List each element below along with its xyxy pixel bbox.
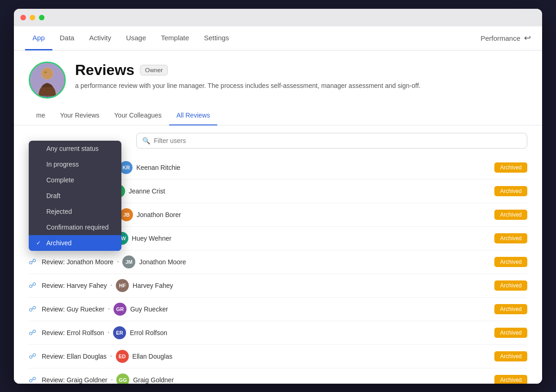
status-badge: Archived xyxy=(494,328,527,338)
status-badge: Archived xyxy=(494,257,527,267)
status-badge: Archived xyxy=(494,186,527,196)
review-icon: ☍ xyxy=(29,257,38,266)
dropdown-item-any[interactable]: Any current status xyxy=(29,141,121,156)
avatar xyxy=(29,62,66,99)
status-badge: Archived xyxy=(494,210,527,220)
review-title: Review: Jonathon Moore xyxy=(42,258,114,266)
search-input[interactable] xyxy=(154,137,521,144)
owner-badge: Owner xyxy=(140,65,168,75)
review-item[interactable]: ☍ Review: Jonathon Moore • JM Jonathon M… xyxy=(29,250,527,274)
user-name: Jonathon Borer xyxy=(137,211,491,218)
user-name: Graig Goldner xyxy=(133,376,491,384)
nav-tab-data[interactable]: Data xyxy=(52,26,82,50)
status-badge: Archived xyxy=(494,351,527,361)
dropdown-item-draft[interactable]: Draft xyxy=(29,188,121,204)
review-icon: ☍ xyxy=(29,375,38,384)
maximize-button[interactable] xyxy=(39,15,44,20)
search-icon: 🔍 xyxy=(142,137,150,144)
review-icon: ☍ xyxy=(29,352,38,361)
nav-tab-activity[interactable]: Activity xyxy=(82,26,119,50)
nav-tab-app[interactable]: App xyxy=(25,26,52,50)
minimize-button[interactable] xyxy=(30,15,35,20)
dot-separator: • xyxy=(110,354,112,359)
avatar-image xyxy=(30,63,64,97)
review-item[interactable]: ☍ Review: Errol Rolfson • ER Errol Rolfs… xyxy=(29,321,527,345)
status-badge: Archived xyxy=(494,233,527,243)
profile-name: Reviews xyxy=(75,62,134,79)
user-avatar: JB xyxy=(120,208,133,221)
review-item[interactable]: ☍ Review: Guy Ruecker • GR Guy Ruecker A… xyxy=(29,298,527,321)
user-name: Ellan Douglas xyxy=(133,353,491,360)
nav-tab-settings[interactable]: Settings xyxy=(196,26,236,50)
dot-separator: • xyxy=(111,283,113,288)
review-title: Review: Guy Ruecker xyxy=(42,305,104,313)
user-avatar: JM xyxy=(122,255,135,268)
user-name: Harvey Fahey xyxy=(133,282,491,289)
nav-tab-template[interactable]: Template xyxy=(153,26,196,50)
review-item[interactable]: ☍ Review: Harvey Fahey • HF Harvey Fahey… xyxy=(29,274,527,298)
close-button[interactable] xyxy=(20,15,26,20)
performance-label: Performance xyxy=(480,34,520,42)
tab-home[interactable]: me xyxy=(29,106,52,125)
nav-right: Performance ↩ xyxy=(480,33,531,43)
tab-your-colleagues[interactable]: Your Colleagues xyxy=(107,106,169,125)
content-tabs: me Your Reviews Your Colleagues All Revi… xyxy=(14,106,542,125)
dropdown-item-rejected[interactable]: Rejected xyxy=(29,204,121,219)
user-name: Errol Rolfson xyxy=(130,329,491,336)
review-icon: ☍ xyxy=(29,281,38,290)
back-icon[interactable]: ↩ xyxy=(524,33,531,43)
dropdown-item-complete[interactable]: Complete xyxy=(29,172,121,188)
profile-description: a performance review with your line mana… xyxy=(75,81,527,91)
status-badge: Archived xyxy=(494,375,527,384)
main-content: Reviews Owner a performance review with … xyxy=(14,50,542,384)
user-avatar: GR xyxy=(114,303,126,316)
dot-separator: • xyxy=(108,306,110,311)
profile-header: Reviews Owner a performance review with … xyxy=(14,50,542,99)
dot-separator: • xyxy=(108,330,110,335)
dot-separator: • xyxy=(117,259,119,264)
nav-tab-usage[interactable]: Usage xyxy=(119,26,153,50)
tab-your-reviews[interactable]: Your Reviews xyxy=(52,106,107,125)
review-item[interactable]: ☍ Review: Graig Goldner • GG Graig Goldn… xyxy=(29,368,527,384)
user-name: Guy Ruecker xyxy=(130,305,491,313)
user-avatar: ED xyxy=(116,350,129,363)
tab-all-reviews[interactable]: All Reviews xyxy=(169,106,217,125)
review-icon: ☍ xyxy=(29,328,38,337)
check-archived: ✓ xyxy=(36,240,43,246)
review-title: Review: Ellan Douglas xyxy=(42,353,107,360)
filter-row: Any current status In progress Complete xyxy=(29,125,527,152)
dropdown-item-archived[interactable]: ✓ Archived xyxy=(29,235,121,251)
search-box: 🔍 xyxy=(136,133,527,149)
nav-tabs: App Data Activity Usage Template Setting… xyxy=(25,26,236,50)
user-name: Keenan Ritchie xyxy=(136,164,491,171)
review-item[interactable]: ☍ Review: Ellan Douglas • ED Ellan Dougl… xyxy=(29,345,527,368)
titlebar xyxy=(14,9,542,26)
review-title: Review: Graig Goldner xyxy=(42,376,107,384)
user-name: Jeanne Crist xyxy=(129,187,491,195)
dropdown-menu: Any current status In progress Complete xyxy=(29,141,121,251)
dot-separator: • xyxy=(111,377,113,382)
dropdown-item-inprogress[interactable]: In progress xyxy=(29,156,121,172)
review-icon: ☍ xyxy=(29,305,38,313)
user-avatar: ER xyxy=(113,326,126,339)
review-title: Review: Harvey Fahey xyxy=(42,282,107,289)
navbar: App Data Activity Usage Template Setting… xyxy=(14,26,542,50)
profile-info: Reviews Owner a performance review with … xyxy=(75,62,527,91)
app-window: App Data Activity Usage Template Setting… xyxy=(14,9,542,384)
dropdown-item-confirmation[interactable]: Confirmation required xyxy=(29,219,121,235)
user-avatar: HF xyxy=(116,279,129,292)
svg-point-2 xyxy=(42,68,53,79)
user-name: Huey Wehner xyxy=(132,235,491,242)
svg-point-3 xyxy=(44,71,47,73)
status-badge: Archived xyxy=(494,304,527,314)
profile-title-row: Reviews Owner xyxy=(75,62,527,79)
user-name: Jonathon Moore xyxy=(139,258,491,266)
status-badge: Archived xyxy=(494,280,527,291)
status-badge: Archived xyxy=(494,162,527,173)
user-avatar: GG xyxy=(116,373,129,384)
user-avatar: KR xyxy=(120,161,133,174)
review-title: Review: Errol Rolfson xyxy=(42,329,104,336)
list-area: Any current status In progress Complete xyxy=(14,125,542,384)
